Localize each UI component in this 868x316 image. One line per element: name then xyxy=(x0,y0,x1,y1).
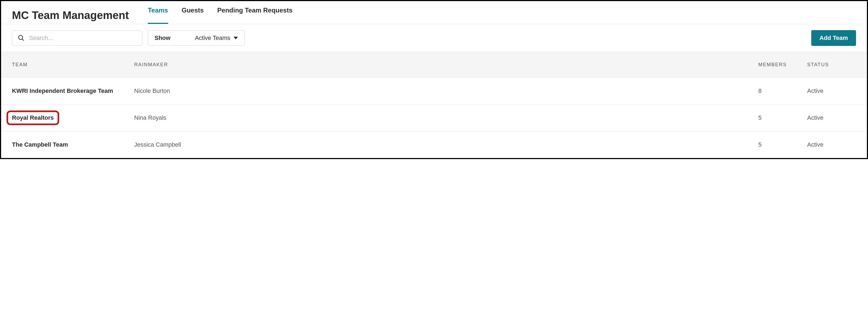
team-name-link[interactable]: KWRI Independent Brokerage Team xyxy=(12,87,134,94)
tab-pending-requests[interactable]: Pending Team Requests xyxy=(217,6,292,24)
filter-label: Show xyxy=(155,34,170,41)
column-header-team: TEAM xyxy=(12,62,134,68)
svg-point-0 xyxy=(19,35,23,39)
members-cell: 5 xyxy=(758,141,807,148)
search-icon xyxy=(18,34,25,41)
filter-value-text: Active Teams xyxy=(195,34,230,41)
status-cell: Active xyxy=(807,114,856,121)
filter-value: Active Teams xyxy=(195,34,238,41)
search-input[interactable] xyxy=(29,34,136,41)
table-row: Royal Realtors Nina Royals 5 Active xyxy=(1,104,867,131)
svg-line-1 xyxy=(22,39,24,41)
tabs: Teams Guests Pending Team Requests xyxy=(148,6,292,24)
members-cell: 8 xyxy=(758,87,807,94)
team-name-text: Royal Realtors xyxy=(12,114,54,121)
team-name-link[interactable]: Royal Realtors xyxy=(12,114,134,121)
search-box[interactable] xyxy=(12,30,142,45)
column-header-rainmaker: RAINMAKER xyxy=(134,62,758,68)
rainmaker-cell: Nina Royals xyxy=(134,114,758,121)
add-team-button[interactable]: Add Team xyxy=(811,30,856,46)
team-name-link[interactable]: The Campbell Team xyxy=(12,141,134,148)
status-cell: Active xyxy=(807,141,856,148)
caret-down-icon xyxy=(234,37,238,39)
filter-dropdown[interactable]: Show Active Teams xyxy=(148,30,245,45)
table-row: The Campbell Team Jessica Campbell 5 Act… xyxy=(1,131,867,158)
teams-table: TEAM RAINMAKER MEMBERS STATUS KWRI Indep… xyxy=(1,52,867,158)
members-cell: 5 xyxy=(758,114,807,121)
header: MC Team Management Teams Guests Pending … xyxy=(1,1,867,24)
status-cell: Active xyxy=(807,87,856,94)
tab-guests[interactable]: Guests xyxy=(182,6,204,24)
column-header-members: MEMBERS xyxy=(758,62,807,68)
rainmaker-cell: Nicole Burton xyxy=(134,87,758,94)
highlight-annotation: Royal Realtors xyxy=(6,110,59,125)
rainmaker-cell: Jessica Campbell xyxy=(134,141,758,148)
controls-bar: Show Active Teams Add Team xyxy=(1,24,867,52)
table-header: TEAM RAINMAKER MEMBERS STATUS xyxy=(1,52,867,77)
column-header-status: STATUS xyxy=(807,62,856,68)
page-title: MC Team Management xyxy=(12,9,129,22)
tab-teams[interactable]: Teams xyxy=(148,6,168,24)
table-row: KWRI Independent Brokerage Team Nicole B… xyxy=(1,77,867,104)
